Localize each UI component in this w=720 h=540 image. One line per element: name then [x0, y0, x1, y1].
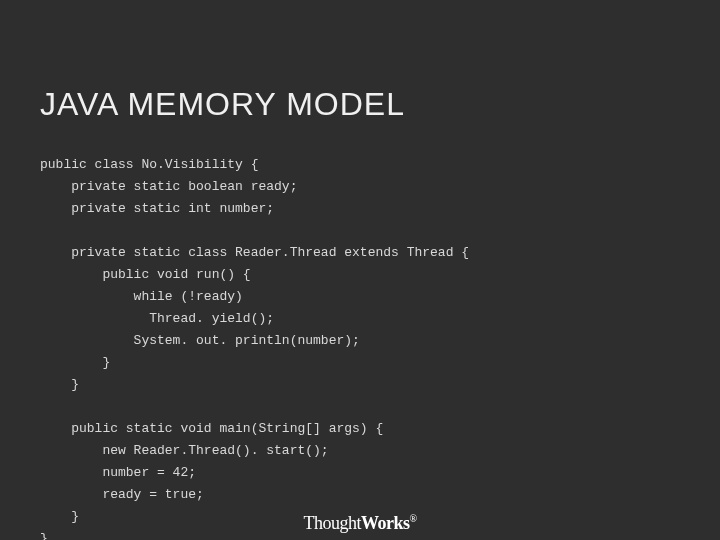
code-block: public class No.Visibility { private sta…	[40, 154, 469, 540]
logo-registered: ®	[409, 513, 416, 524]
slide-title: JAVA MEMORY MODEL	[40, 86, 405, 123]
logo-bold: Works	[361, 513, 410, 533]
slide: JAVA MEMORY MODEL public class No.Visibi…	[0, 0, 720, 540]
footer-logo: ThoughtWorks®	[303, 513, 416, 534]
logo-thin: Thought	[303, 513, 361, 533]
